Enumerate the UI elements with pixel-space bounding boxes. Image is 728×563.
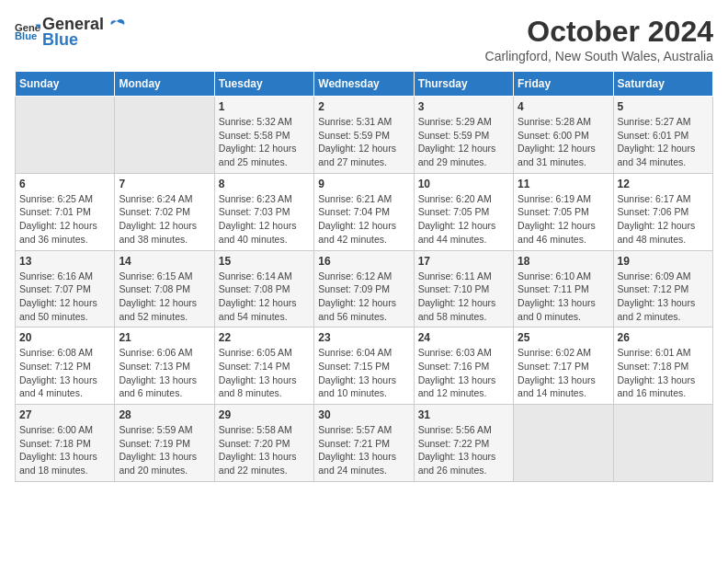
calendar-cell (16, 97, 115, 174)
calendar-cell: 24Sunrise: 6:03 AM Sunset: 7:16 PM Dayli… (414, 327, 513, 405)
day-number: 23 (318, 331, 409, 344)
calendar-week-row: 13Sunrise: 6:16 AM Sunset: 7:07 PM Dayli… (16, 250, 713, 327)
calendar-cell: 5Sunrise: 5:27 AM Sunset: 6:01 PM Daylig… (613, 97, 712, 174)
day-info: Sunrise: 6:20 AM Sunset: 7:05 PM Dayligh… (418, 192, 509, 247)
calendar-cell: 25Sunrise: 6:02 AM Sunset: 7:17 PM Dayli… (514, 327, 613, 405)
day-info: Sunrise: 5:31 AM Sunset: 5:59 PM Dayligh… (318, 115, 409, 169)
month-title: October 2024 (485, 15, 713, 49)
day-number: 28 (119, 408, 210, 421)
calendar-week-row: 1Sunrise: 5:32 AM Sunset: 5:58 PM Daylig… (16, 97, 713, 174)
weekday-header-wednesday: Wednesday (314, 72, 414, 97)
calendar-cell: 3Sunrise: 5:29 AM Sunset: 5:59 PM Daylig… (414, 97, 513, 174)
day-number: 7 (119, 178, 210, 190)
calendar-cell: 11Sunrise: 6:19 AM Sunset: 7:05 PM Dayli… (514, 173, 613, 250)
calendar-cell (514, 405, 613, 482)
day-number: 15 (219, 255, 310, 268)
day-number: 26 (618, 331, 709, 344)
day-number: 22 (219, 331, 310, 344)
day-info: Sunrise: 6:19 AM Sunset: 7:05 PM Dayligh… (518, 192, 609, 247)
location: Carlingford, New South Wales, Australia (485, 49, 713, 63)
calendar-cell: 7Sunrise: 6:24 AM Sunset: 7:02 PM Daylig… (115, 173, 214, 250)
calendar-cell: 30Sunrise: 5:57 AM Sunset: 7:21 PM Dayli… (314, 405, 414, 482)
calendar-cell: 9Sunrise: 6:21 AM Sunset: 7:04 PM Daylig… (314, 173, 414, 250)
calendar-cell: 21Sunrise: 6:06 AM Sunset: 7:13 PM Dayli… (115, 327, 214, 405)
day-info: Sunrise: 6:11 AM Sunset: 7:10 PM Dayligh… (418, 270, 509, 324)
day-info: Sunrise: 6:05 AM Sunset: 7:14 PM Dayligh… (219, 346, 310, 400)
day-number: 27 (19, 408, 110, 421)
day-number: 18 (518, 255, 609, 268)
day-info: Sunrise: 6:16 AM Sunset: 7:07 PM Dayligh… (19, 270, 110, 324)
calendar-cell: 8Sunrise: 6:23 AM Sunset: 7:03 PM Daylig… (214, 173, 313, 250)
weekday-header-sunday: Sunday (16, 72, 115, 97)
page-header: General Blue General Blue October 2024 C… (15, 15, 713, 63)
calendar-cell: 19Sunrise: 6:09 AM Sunset: 7:12 PM Dayli… (613, 250, 712, 327)
day-number: 12 (618, 178, 709, 190)
day-info: Sunrise: 6:04 AM Sunset: 7:15 PM Dayligh… (318, 346, 409, 400)
day-info: Sunrise: 6:21 AM Sunset: 7:04 PM Dayligh… (318, 192, 409, 247)
calendar-cell: 6Sunrise: 6:25 AM Sunset: 7:01 PM Daylig… (16, 173, 115, 250)
calendar-week-row: 27Sunrise: 6:00 AM Sunset: 7:18 PM Dayli… (16, 405, 713, 482)
calendar-cell: 27Sunrise: 6:00 AM Sunset: 7:18 PM Dayli… (16, 405, 115, 482)
logo-icon: General Blue (15, 19, 40, 45)
day-info: Sunrise: 6:09 AM Sunset: 7:12 PM Dayligh… (618, 270, 709, 324)
day-info: Sunrise: 6:23 AM Sunset: 7:03 PM Dayligh… (219, 192, 310, 247)
day-number: 5 (618, 100, 709, 113)
day-info: Sunrise: 6:00 AM Sunset: 7:18 PM Dayligh… (19, 423, 110, 477)
svg-text:Blue: Blue (15, 30, 37, 41)
calendar-cell: 10Sunrise: 6:20 AM Sunset: 7:05 PM Dayli… (414, 173, 513, 250)
day-info: Sunrise: 5:57 AM Sunset: 7:21 PM Dayligh… (318, 423, 409, 477)
calendar-week-row: 6Sunrise: 6:25 AM Sunset: 7:01 PM Daylig… (16, 173, 713, 250)
day-number: 21 (119, 331, 210, 344)
day-info: Sunrise: 6:15 AM Sunset: 7:08 PM Dayligh… (119, 270, 210, 324)
calendar-cell: 2Sunrise: 5:31 AM Sunset: 5:59 PM Daylig… (314, 97, 414, 174)
calendar-cell: 20Sunrise: 6:08 AM Sunset: 7:12 PM Dayli… (16, 327, 115, 405)
day-number: 25 (518, 331, 609, 344)
calendar-cell: 18Sunrise: 6:10 AM Sunset: 7:11 PM Dayli… (514, 250, 613, 327)
day-info: Sunrise: 6:06 AM Sunset: 7:13 PM Dayligh… (119, 346, 210, 400)
day-info: Sunrise: 5:29 AM Sunset: 5:59 PM Dayligh… (418, 115, 509, 169)
weekday-header-thursday: Thursday (414, 72, 513, 97)
day-number: 4 (518, 100, 609, 113)
day-info: Sunrise: 5:28 AM Sunset: 6:00 PM Dayligh… (518, 115, 609, 169)
day-number: 30 (318, 408, 409, 421)
calendar-cell: 26Sunrise: 6:01 AM Sunset: 7:18 PM Dayli… (613, 327, 712, 405)
day-info: Sunrise: 6:02 AM Sunset: 7:17 PM Dayligh… (518, 346, 609, 400)
day-number: 13 (19, 255, 110, 268)
weekday-header-saturday: Saturday (613, 72, 712, 97)
day-number: 11 (518, 178, 609, 190)
day-number: 31 (418, 408, 509, 421)
day-info: Sunrise: 5:56 AM Sunset: 7:22 PM Dayligh… (418, 423, 509, 477)
day-info: Sunrise: 6:14 AM Sunset: 7:08 PM Dayligh… (219, 270, 310, 324)
calendar-cell (115, 97, 214, 174)
calendar-cell: 16Sunrise: 6:12 AM Sunset: 7:09 PM Dayli… (314, 250, 414, 327)
day-info: Sunrise: 6:03 AM Sunset: 7:16 PM Dayligh… (418, 346, 509, 400)
day-info: Sunrise: 5:59 AM Sunset: 7:19 PM Dayligh… (119, 423, 210, 477)
day-info: Sunrise: 6:10 AM Sunset: 7:11 PM Dayligh… (518, 270, 609, 324)
day-number: 29 (219, 408, 310, 421)
day-info: Sunrise: 6:08 AM Sunset: 7:12 PM Dayligh… (19, 346, 110, 400)
day-info: Sunrise: 6:12 AM Sunset: 7:09 PM Dayligh… (318, 270, 409, 324)
weekday-header-tuesday: Tuesday (214, 72, 313, 97)
day-info: Sunrise: 6:01 AM Sunset: 7:18 PM Dayligh… (618, 346, 709, 400)
day-number: 17 (418, 255, 509, 268)
day-number: 14 (119, 255, 210, 268)
calendar-cell: 15Sunrise: 6:14 AM Sunset: 7:08 PM Dayli… (214, 250, 313, 327)
calendar-cell: 22Sunrise: 6:05 AM Sunset: 7:14 PM Dayli… (214, 327, 313, 405)
day-number: 20 (19, 331, 110, 344)
day-info: Sunrise: 6:24 AM Sunset: 7:02 PM Dayligh… (119, 192, 210, 247)
calendar-cell: 12Sunrise: 6:17 AM Sunset: 7:06 PM Dayli… (613, 173, 712, 250)
day-info: Sunrise: 5:58 AM Sunset: 7:20 PM Dayligh… (219, 423, 310, 477)
logo-bird-icon (108, 17, 126, 32)
calendar-cell: 31Sunrise: 5:56 AM Sunset: 7:22 PM Dayli… (414, 405, 513, 482)
calendar-cell: 4Sunrise: 5:28 AM Sunset: 6:00 PM Daylig… (514, 97, 613, 174)
calendar-cell: 28Sunrise: 5:59 AM Sunset: 7:19 PM Dayli… (115, 405, 214, 482)
calendar-cell: 23Sunrise: 6:04 AM Sunset: 7:15 PM Dayli… (314, 327, 414, 405)
day-info: Sunrise: 5:27 AM Sunset: 6:01 PM Dayligh… (618, 115, 709, 169)
calendar-cell: 17Sunrise: 6:11 AM Sunset: 7:10 PM Dayli… (414, 250, 513, 327)
day-info: Sunrise: 6:25 AM Sunset: 7:01 PM Dayligh… (19, 192, 110, 247)
day-number: 1 (219, 100, 310, 113)
day-number: 10 (418, 178, 509, 190)
day-number: 8 (219, 178, 310, 190)
calendar-cell: 13Sunrise: 6:16 AM Sunset: 7:07 PM Dayli… (16, 250, 115, 327)
day-number: 9 (318, 178, 409, 190)
